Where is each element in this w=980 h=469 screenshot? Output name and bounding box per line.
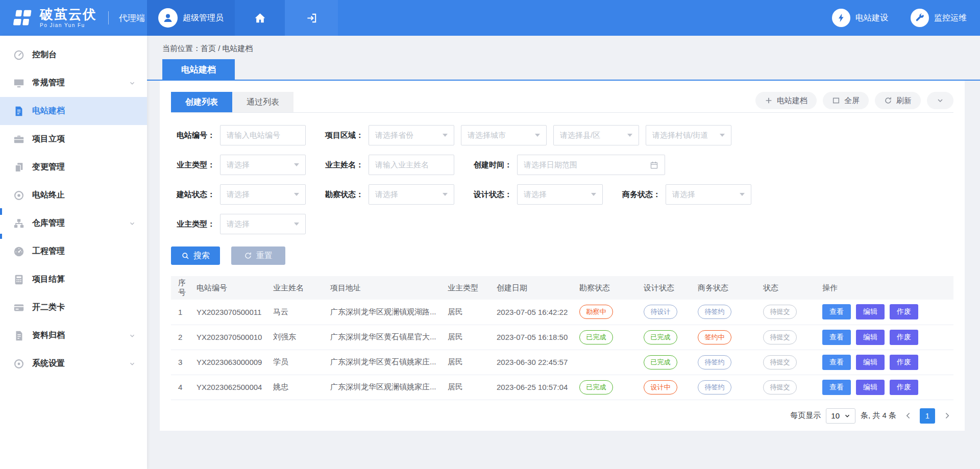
toolbar-button-4[interactable] <box>927 92 953 109</box>
filter-row: 建站状态：请选择勘察状态：请选择设计状态：请选择商务状态：请选择 <box>171 184 953 205</box>
cell-business: 待签约 <box>694 300 759 325</box>
void-button[interactable]: 作废 <box>890 304 918 319</box>
toolbar-button-label: 刷新 <box>896 96 912 106</box>
disc-icon <box>13 358 24 369</box>
filter-select[interactable]: 请选择 <box>220 214 306 234</box>
sidebar-item-7[interactable]: 仓库管理 <box>0 209 147 237</box>
placeholder-text: 请选择 <box>524 190 547 200</box>
brand-divider <box>108 11 109 24</box>
breadcrumb-home[interactable]: 首页 <box>201 44 216 53</box>
sidebar-scroll-indicator[interactable] <box>0 208 2 215</box>
cell-design: 已完成 <box>640 325 694 350</box>
per-page-select[interactable]: 10 <box>826 408 855 424</box>
status-badge: 已完成 <box>579 330 613 344</box>
fullscreen-icon <box>832 96 840 105</box>
wrench-icon <box>911 9 929 27</box>
target-icon <box>13 190 24 201</box>
cell-code: YX2023062500004 <box>192 375 269 400</box>
tab-1[interactable]: 创建列表 <box>171 92 232 112</box>
filter-select[interactable]: 请选择县/区 <box>553 125 639 145</box>
sidebar-item-10[interactable]: 开二类卡 <box>0 293 147 322</box>
cell-created: 2023-07-05 16:42:22 <box>493 300 575 325</box>
void-button[interactable]: 作废 <box>890 355 918 370</box>
pagination: 每页显示 10 条, 共 4 条 1 <box>171 408 953 424</box>
table-column-header: 商务状态 <box>694 276 759 300</box>
calculator-icon <box>13 274 24 285</box>
user-avatar-icon <box>158 8 178 28</box>
sidebar-scroll-indicator[interactable] <box>0 234 2 239</box>
sidebar-item-8[interactable]: 工程管理 <box>0 237 147 265</box>
toolbar-button-1[interactable]: 电站建档 <box>755 92 817 109</box>
toolbar-button-3[interactable]: 刷新 <box>875 92 921 109</box>
search-button[interactable]: 搜索 <box>171 246 220 265</box>
filter-select[interactable]: 请选择省份 <box>369 125 454 145</box>
filter-label: 业主类型： <box>171 160 220 170</box>
filter-select[interactable]: 请选择 <box>517 184 603 205</box>
home-button[interactable] <box>235 0 285 36</box>
refresh-icon <box>884 96 892 105</box>
filter-select[interactable]: 请选择 <box>666 184 751 205</box>
reset-button[interactable]: 重置 <box>231 246 285 265</box>
filter-input[interactable]: 请输入电站编号 <box>220 125 306 145</box>
edit-button[interactable]: 编辑 <box>856 330 885 345</box>
prev-page-button[interactable] <box>901 408 915 424</box>
sidebar-item-6[interactable]: 电站终止 <box>0 181 147 209</box>
edit-button[interactable]: 编辑 <box>856 380 885 395</box>
monitor-icon <box>13 78 24 89</box>
filter-select[interactable]: 请选择 <box>220 155 306 175</box>
cell-owner: 学员 <box>269 350 326 375</box>
chevron-down-icon <box>129 332 136 339</box>
quick-link-construction[interactable]: 电站建设 <box>832 9 888 27</box>
filter-date[interactable]: 请选择日期范围 <box>517 155 665 175</box>
toolbar-button-2[interactable]: 全屏 <box>823 92 869 109</box>
user-menu[interactable]: 超级管理员 <box>147 0 235 36</box>
logout-button[interactable] <box>285 0 338 36</box>
status-badge: 勘察中 <box>579 305 613 319</box>
sidebar-item-4[interactable]: 项目立项 <box>0 125 147 153</box>
status-badge: 待签约 <box>698 305 731 319</box>
breadcrumb-current: 电站建档 <box>223 44 253 53</box>
toolbar-button-label: 电站建档 <box>777 96 807 106</box>
dropdown-caret-icon <box>740 193 745 196</box>
current-page-button[interactable]: 1 <box>920 408 935 424</box>
view-button[interactable]: 查看 <box>822 304 851 319</box>
view-button[interactable]: 查看 <box>822 355 851 370</box>
view-button[interactable]: 查看 <box>822 330 851 345</box>
dropdown-caret-icon <box>443 134 448 137</box>
edit-button[interactable]: 编辑 <box>856 355 885 370</box>
sidebar-item-label: 电站终止 <box>32 190 136 201</box>
cell-survey: 已完成 <box>575 325 640 350</box>
sidebar-item-11[interactable]: 资料归档 <box>0 322 147 350</box>
sidebar-item-3[interactable]: 电站建档 <box>0 97 147 125</box>
next-page-button[interactable] <box>940 408 953 424</box>
status-badge: 已完成 <box>644 355 677 369</box>
reset-button-label: 重置 <box>256 251 273 261</box>
sidebar-item-1[interactable]: 控制台 <box>0 41 147 69</box>
filter-select[interactable]: 请选择城市 <box>461 125 547 145</box>
sidebar-item-12[interactable]: 系统设置 <box>0 350 147 378</box>
page-tab-station-archive[interactable]: 电站建档 <box>162 59 235 80</box>
cell-created: 2023-06-30 22:45:57 <box>493 350 575 375</box>
quick-link-monitoring[interactable]: 监控运维 <box>911 9 967 27</box>
void-button[interactable]: 作废 <box>890 330 918 345</box>
filter-input[interactable]: 请输入业主姓名 <box>369 155 454 175</box>
cell-owner_type: 居民 <box>444 300 493 325</box>
filter-select[interactable]: 请选择 <box>220 184 306 205</box>
table-column-header: 操作 <box>818 276 953 300</box>
placeholder-text: 请选择村镇/街道 <box>652 131 708 140</box>
tab-2[interactable]: 通过列表 <box>232 92 293 112</box>
view-button[interactable]: 查看 <box>822 380 851 395</box>
sidebar-item-2[interactable]: 常规管理 <box>0 69 147 97</box>
sidebar-item-label: 项目结算 <box>32 274 136 285</box>
cell-created: 2023-06-25 10:57:04 <box>493 375 575 400</box>
cell-survey <box>575 350 640 375</box>
status-badge: 已完成 <box>644 330 677 344</box>
speedometer-icon <box>13 246 24 257</box>
sidebar-item-5[interactable]: 变更管理 <box>0 153 147 181</box>
edit-button[interactable]: 编辑 <box>856 304 885 319</box>
void-button[interactable]: 作废 <box>890 380 918 395</box>
sidebar-item-9[interactable]: 项目结算 <box>0 265 147 293</box>
table-header-row: 序号电站编号业主姓名项目地址业主类型创建日期勘察状态设计状态商务状态状态操作 <box>171 276 953 300</box>
filter-select[interactable]: 请选择 <box>369 184 454 205</box>
filter-select[interactable]: 请选择村镇/街道 <box>646 125 731 145</box>
